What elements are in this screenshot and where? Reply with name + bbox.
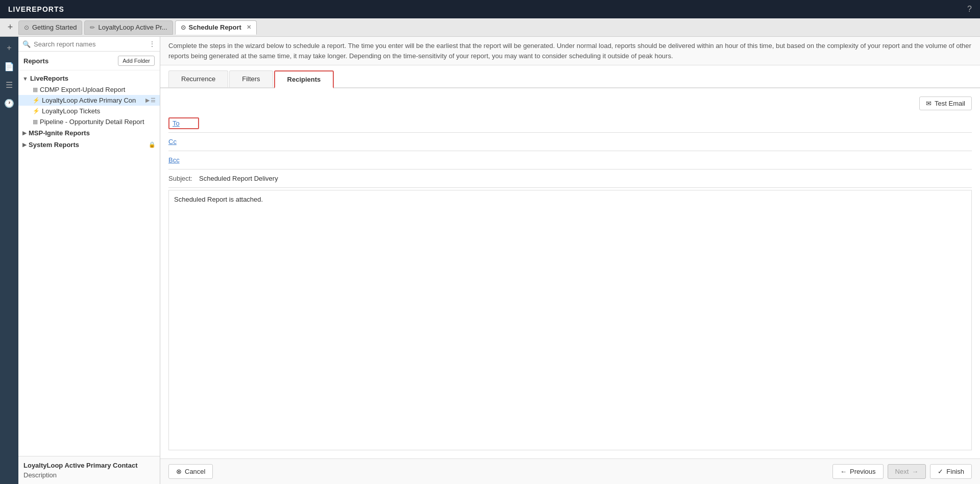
- bcc-input[interactable]: [199, 153, 972, 167]
- bcc-field-row: Bcc: [168, 151, 972, 170]
- nav-plus-icon[interactable]: +: [2, 41, 16, 55]
- top-bar: LIVEREPORTS ?: [0, 0, 980, 18]
- test-email-envelope-icon: ✉: [926, 100, 932, 107]
- msp-label: MSP-Ignite Reports: [29, 129, 90, 137]
- tree-item-cdmp[interactable]: ▦ CDMP Export-Upload Report: [18, 84, 160, 95]
- reports-label: Reports: [23, 57, 48, 65]
- pipeline-doc-icon: ▦: [33, 118, 38, 125]
- tab-getting-started-label: Getting Started: [32, 23, 77, 31]
- wizard-footer: ⊗ Cancel ← Previous Next → ✓ Finish: [160, 458, 980, 484]
- pipeline-label: Pipeline - Opportunity Detail Report: [40, 118, 144, 126]
- recurrence-tab-label: Recurrence: [181, 75, 215, 83]
- cdmp-doc-icon: ▦: [33, 86, 38, 93]
- to-input[interactable]: [199, 116, 972, 130]
- cc-label[interactable]: Cc: [168, 136, 199, 148]
- search-input[interactable]: [34, 40, 145, 48]
- filters-tab-label: Filters: [242, 75, 260, 83]
- tickets-bolt-icon: ⚡: [33, 108, 40, 114]
- tree-item-loyaltyloop-tickets[interactable]: ⚡ LoyaltyLoop Tickets: [18, 106, 160, 116]
- cc-input[interactable]: [199, 135, 972, 149]
- loyaltyloop-active-label: LoyaltyLoop Active Primary Con: [42, 96, 136, 104]
- description-panel: LoyaltyLoop Active Primary Contact Descr…: [18, 456, 160, 484]
- tree-item-pipeline[interactable]: ▦ Pipeline - Opportunity Detail Report: [18, 116, 160, 127]
- add-tab-button[interactable]: +: [4, 21, 16, 34]
- help-icon[interactable]: ?: [967, 5, 972, 14]
- tab-bar: + ⊙ Getting Started ✏ LoyaltyLoop Active…: [0, 18, 980, 37]
- loyaltyloop-tickets-label: LoyaltyLoop Tickets: [42, 107, 100, 115]
- system-label: System Reports: [29, 141, 79, 149]
- loyaltyloop-tab-icon: ✏: [90, 24, 95, 31]
- tab-schedule-label: Schedule Report: [189, 23, 241, 31]
- tree-item-loyaltyloop-active[interactable]: ⚡ LoyaltyLoop Active Primary Con ▶ ☰: [18, 95, 160, 106]
- previous-label: Previous: [850, 468, 876, 475]
- subject-value: Scheduled Report Delivery: [199, 175, 972, 182]
- nav-list-icon[interactable]: ☰: [2, 78, 16, 92]
- menu-action-icon[interactable]: ☰: [151, 97, 156, 104]
- cancel-icon: ⊗: [176, 468, 182, 475]
- tab-loyaltyloop-active[interactable]: ✏ LoyaltyLoop Active Pr...: [84, 20, 173, 35]
- tree-folder-msp-ignite[interactable]: ▶ MSP-Ignite Reports: [18, 127, 160, 139]
- sidebar-icon-panel: + 📄 ☰ 🕐: [0, 37, 18, 484]
- subject-row: Subject: Scheduled Report Delivery: [168, 170, 972, 188]
- recipients-area: ✉ Test Email To Cc Bcc Subject:: [160, 88, 980, 458]
- tree-item-actions: ▶ ☰: [145, 97, 156, 104]
- tab-recipients[interactable]: Recipients: [274, 70, 334, 88]
- search-bar: 🔍 ⋮: [18, 37, 160, 52]
- schedule-tab-icon: ⊙: [181, 24, 186, 31]
- tab-schedule-report[interactable]: ⊙ Schedule Report ✕: [175, 20, 257, 35]
- msp-expand-icon: ▶: [22, 130, 27, 136]
- tab-recurrence[interactable]: Recurrence: [168, 70, 228, 87]
- finish-check-icon: ✓: [938, 468, 943, 475]
- nav-clock-icon[interactable]: 🕐: [2, 96, 16, 110]
- search-icon: 🔍: [22, 40, 31, 48]
- cancel-label: Cancel: [185, 468, 205, 475]
- reports-panel: 🔍 ⋮ Reports Add Folder ▼ LiveReports ▦ C…: [18, 37, 160, 484]
- tab-filters[interactable]: Filters: [229, 70, 273, 87]
- system-lock-icon: 🔒: [149, 141, 156, 148]
- tab-getting-started[interactable]: ⊙ Getting Started: [18, 20, 82, 35]
- to-label[interactable]: To: [168, 117, 199, 129]
- play-action-icon[interactable]: ▶: [145, 97, 150, 104]
- wizard-info-bar: Complete the steps in the wizard below t…: [160, 37, 980, 65]
- next-button[interactable]: Next →: [888, 464, 926, 479]
- recipients-tab-label: Recipients: [287, 76, 321, 83]
- app-title: LIVEREPORTS: [8, 5, 64, 13]
- search-menu-icon[interactable]: ⋮: [149, 40, 156, 48]
- next-label: Next: [895, 468, 909, 475]
- wizard-tabs: Recurrence Filters Recipients: [160, 65, 980, 88]
- body-textarea[interactable]: Scheduled Report is attached.: [168, 190, 972, 450]
- reports-tree: ▼ LiveReports ▦ CDMP Export-Upload Repor…: [18, 70, 160, 456]
- test-email-button[interactable]: ✉ Test Email: [919, 96, 972, 110]
- tree-folder-live-reports[interactable]: ▼ LiveReports: [18, 72, 160, 84]
- loyaltyloop-bolt-icon: ⚡: [33, 97, 40, 104]
- prev-arrow-icon: ←: [840, 468, 847, 475]
- to-field-row: To: [168, 114, 972, 133]
- finish-label: Finish: [946, 468, 964, 475]
- tab-loyaltyloop-label: LoyaltyLoop Active Pr...: [98, 23, 167, 31]
- add-folder-button[interactable]: Add Folder: [118, 56, 155, 66]
- description-title: LoyaltyLoop Active Primary Contact: [23, 462, 155, 469]
- live-reports-label: LiveReports: [30, 75, 68, 82]
- wizard-info-text: Complete the steps in the wizard below t…: [168, 42, 971, 60]
- cc-field-row: Cc: [168, 133, 972, 151]
- test-email-row: ✉ Test Email: [168, 96, 972, 110]
- main-layout: + 📄 ☰ 🕐 🔍 ⋮ Reports Add Folder ▼ LiveRep…: [0, 37, 980, 484]
- live-reports-expand-icon: ▼: [22, 76, 28, 82]
- bcc-label[interactable]: Bcc: [168, 154, 199, 166]
- tree-folder-system-reports[interactable]: ▶ System Reports 🔒: [18, 139, 160, 151]
- cancel-button[interactable]: ⊗ Cancel: [168, 464, 213, 479]
- previous-button[interactable]: ← Previous: [832, 464, 884, 479]
- reports-header: Reports Add Folder: [18, 52, 160, 70]
- test-email-label: Test Email: [935, 100, 965, 107]
- content-area: Complete the steps in the wizard below t…: [160, 37, 980, 484]
- getting-started-icon: ⊙: [24, 24, 29, 31]
- next-arrow-icon: →: [912, 468, 918, 475]
- subject-label: Subject:: [168, 175, 199, 182]
- description-text: Description: [23, 471, 155, 479]
- finish-button[interactable]: ✓ Finish: [930, 464, 972, 479]
- nav-doc-icon[interactable]: 📄: [2, 59, 16, 74]
- tab-close-icon[interactable]: ✕: [247, 24, 251, 31]
- cdmp-label: CDMP Export-Upload Report: [40, 86, 125, 93]
- system-expand-icon: ▶: [22, 141, 27, 148]
